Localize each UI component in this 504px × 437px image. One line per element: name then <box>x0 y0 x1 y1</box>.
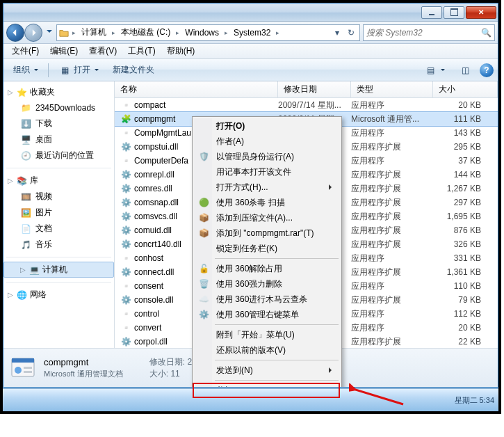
ctx-add-archive[interactable]: 📦 添加到压缩文件(A)... <box>194 210 340 225</box>
ctx-360-scan[interactable]: 🟢 使用 360杀毒 扫描 <box>194 195 340 210</box>
ctx-item-label: 使用 360强力删除 <box>216 278 282 290</box>
window-titlebar <box>3 3 498 22</box>
file-icon: ▫️ <box>120 127 131 138</box>
file-name-label: comsnap.dll <box>134 198 179 207</box>
address-dropdown-button[interactable]: ▾ <box>330 25 344 40</box>
file-icon: ▫️ <box>120 308 131 319</box>
column-header-date[interactable]: 修改日期 <box>278 81 351 97</box>
file-name-label: consent <box>134 281 163 291</box>
file-size-cell: 326 KB <box>433 239 498 249</box>
sidebar-item-label: 计算机 <box>42 264 67 276</box>
file-icon: ▫️ <box>120 280 131 292</box>
nav-history-dropdown[interactable] <box>45 25 54 40</box>
file-name-label: comrepl.dll <box>134 170 174 180</box>
ctx-run-as-admin[interactable]: 🛡️ 以管理员身份运行(A) <box>194 149 340 164</box>
menu-view[interactable]: 查看(V) <box>83 44 122 58</box>
sidebar-item-label: 视频 <box>35 191 52 202</box>
file-size-cell: 22 KB <box>433 337 498 347</box>
sidebar-item-music[interactable]: 🎵音乐 <box>3 237 114 253</box>
file-icon: ⚙️ <box>120 211 131 222</box>
ctx-restore-previous[interactable]: 还原以前的版本(V) <box>194 342 340 358</box>
window-minimize-button[interactable] <box>421 6 442 19</box>
ctx-open-notepad[interactable]: 用记事本打开该文件 <box>194 164 340 180</box>
ctx-open[interactable]: 打开(O) <box>194 118 340 134</box>
file-type-cell: Microsoft 通用管... <box>351 113 433 125</box>
breadcrumb-segment[interactable]: 本地磁盘 (C:) <box>118 25 173 40</box>
breadcrumb-segment[interactable]: Windows <box>182 25 222 40</box>
breadcrumb-segment[interactable]: 计算机 <box>79 25 109 40</box>
file-icon: ▫️ <box>120 253 131 264</box>
file-type-cell: 应用程序 <box>351 100 433 111</box>
nav-forward-button[interactable] <box>24 24 42 42</box>
ctx-360-unlock[interactable]: 🔓 使用 360解除占用 <box>194 261 340 276</box>
ctx-pin-taskbar[interactable]: 锁定到任务栏(K) <box>194 241 340 256</box>
file-type-cell: 应用程序扩展 <box>351 169 433 181</box>
taskbar[interactable]: 星期二 5:34 <box>3 388 498 411</box>
help-button[interactable]: ? <box>480 63 494 77</box>
column-header-type[interactable]: 类型 <box>351 81 433 97</box>
ctx-360-trojan-scan[interactable]: ☁️ 使用 360进行木马云查杀 <box>194 292 340 307</box>
desktop-icon: 🖥️ <box>20 134 31 145</box>
file-icon: ▫️ <box>120 100 131 111</box>
menu-tools[interactable]: 工具(T) <box>122 44 161 58</box>
taskbar-clock[interactable]: 星期二 5:34 <box>455 389 494 412</box>
search-box[interactable]: 🔍 <box>363 24 495 41</box>
window-maximize-button[interactable] <box>444 6 464 19</box>
file-name-label: comres.dll <box>134 184 172 193</box>
ctx-send-to[interactable]: 发送到(N) <box>194 363 340 378</box>
file-type-cell: 应用程序扩展 <box>351 294 433 306</box>
file-type-cell: 应用程序扩展 <box>351 225 433 237</box>
sidebar-item-documents[interactable]: 📄文档 <box>3 221 114 237</box>
organize-button[interactable]: 组织 <box>8 62 44 79</box>
sidebar-item-recent[interactable]: 🕘最近访问的位置 <box>3 148 114 164</box>
sidebar-favorites-header[interactable]: ▷ ⭐ 收藏夹 <box>3 84 114 100</box>
sidebar-item-2345downloads[interactable]: 📁2345Downloads <box>3 100 114 116</box>
sidebar-item-videos[interactable]: 🎞️视频 <box>3 189 114 205</box>
sidebar-libraries-header[interactable]: ▷ 📚 库 <box>3 173 114 189</box>
menu-edit[interactable]: 编辑(E) <box>44 44 83 58</box>
breadcrumb-segment[interactable]: System32 <box>231 25 273 40</box>
preview-pane-button[interactable]: ◫ <box>453 62 477 79</box>
ctx-author[interactable]: 作者(A) <box>194 134 340 149</box>
nav-back-button[interactable] <box>6 24 24 42</box>
sidebar-item-network[interactable]: ▷ 🌐 网络 <box>3 287 114 303</box>
window-close-button[interactable] <box>466 6 496 19</box>
sidebar-item-computer[interactable]: ▷ 💻 计算机 <box>3 262 114 278</box>
archive-icon: 📦 <box>198 228 209 239</box>
address-bar[interactable]: ▸ 计算机 ▸ 本地磁盘 (C:) ▸ Windows ▸ System32 ▸… <box>56 24 360 41</box>
ctx-pin-start[interactable]: 附到「开始」菜单(U) <box>194 327 340 342</box>
new-folder-button[interactable]: 新建文件夹 <box>107 62 160 79</box>
details-file-type: Microsoft 通用管理文档 <box>44 369 123 379</box>
file-name-label: compact <box>134 100 165 110</box>
column-header-name[interactable]: 名称 <box>115 81 278 97</box>
ctx-item-label: 添加到 "compmgmt.rar"(T) <box>216 228 314 239</box>
file-size-cell: 20 KB <box>433 323 498 333</box>
sidebar-item-downloads[interactable]: ⬇️下载 <box>3 116 114 132</box>
sidebar-libraries-label: 库 <box>30 175 38 186</box>
file-row[interactable]: ▫️compact2009/7/14 星期...应用程序20 KB <box>115 98 498 112</box>
ctx-360-manage-menu[interactable]: ⚙️ 使用 360管理右键菜单 <box>194 307 340 322</box>
file-size-cell: 876 KB <box>433 225 498 235</box>
document-icon: 📄 <box>20 223 31 235</box>
ctx-add-rar[interactable]: 📦 添加到 "compmgmt.rar"(T) <box>194 225 340 241</box>
menu-file[interactable]: 文件(F) <box>6 44 44 58</box>
ctx-360-force-delete[interactable]: 🗑️ 使用 360强力删除 <box>194 276 340 292</box>
svg-rect-1 <box>12 358 34 363</box>
column-header-size[interactable]: 大小 <box>433 81 498 97</box>
sidebar-item-label: 网络 <box>30 289 47 301</box>
sidebar-item-label: 最近访问的位置 <box>35 150 94 161</box>
menu-help[interactable]: 帮助(H) <box>161 44 201 58</box>
file-size-cell: 295 KB <box>433 142 498 152</box>
file-name-cell: ▫️compact <box>120 100 278 111</box>
ctx-cut[interactable]: 剪切(T) <box>194 383 340 388</box>
view-options-button[interactable]: ▤ <box>418 62 450 79</box>
network-icon: 🌐 <box>16 289 27 301</box>
search-input[interactable] <box>366 28 481 38</box>
sidebar-item-pictures[interactable]: 🖼️图片 <box>3 205 114 221</box>
computer-icon: 💻 <box>29 264 40 276</box>
file-name-label: control <box>134 309 159 319</box>
open-button[interactable]: ▦ 打开 <box>53 62 104 79</box>
sidebar-item-desktop[interactable]: 🖥️桌面 <box>3 132 114 148</box>
ctx-open-with[interactable]: 打开方式(H)... <box>194 180 340 195</box>
refresh-button[interactable]: ↻ <box>344 25 358 40</box>
